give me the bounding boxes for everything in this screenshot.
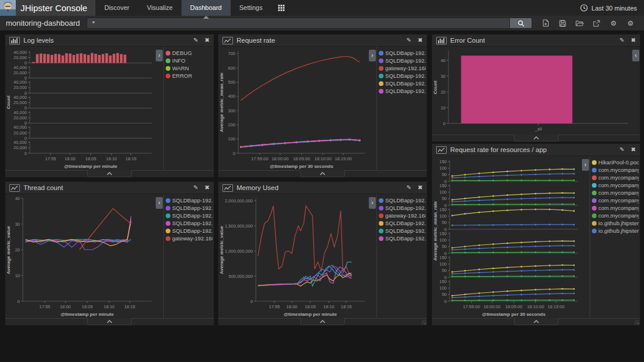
legend-item[interactable]: SQLDBapp-192.168.4... <box>166 204 213 212</box>
chart-memory-used[interactable]: 2,000,000,0001,500,000,0001,000,000,0005… <box>218 194 368 318</box>
legend-label: SQLDBapp-192.168.4... <box>385 235 426 242</box>
legend-label: HikariPool-0.pool.Wait <box>598 159 639 166</box>
legend-color-dot <box>379 58 383 63</box>
chart-error-count[interactable]: 010203040_allCount <box>432 47 632 135</box>
panel-title: Log levels <box>23 37 54 44</box>
legend-item[interactable]: INFO <box>166 57 213 64</box>
edit-panel-icon[interactable]: ✎ <box>619 37 624 43</box>
share-icon[interactable] <box>592 19 601 27</box>
legend-item[interactable]: HikariPool-0.pool.Wait <box>592 158 639 166</box>
edit-panel-icon[interactable]: ✎ <box>619 147 624 153</box>
svg-text:100: 100 <box>439 189 447 195</box>
legend-item[interactable]: io.github.jhipster.web.r... <box>592 227 639 235</box>
remove-panel-icon[interactable]: ✖ <box>205 37 210 43</box>
open-folder-icon[interactable] <box>576 19 584 27</box>
legend-item[interactable]: SQLDBapp-192.168.4... <box>166 227 213 235</box>
remove-panel-icon[interactable]: ✖ <box>631 147 636 153</box>
legend-item[interactable]: com.mycompany.myap... <box>592 166 639 174</box>
svg-text:150: 150 <box>439 279 447 284</box>
svg-text:20: 20 <box>15 247 20 253</box>
panel-collapse-button[interactable] <box>300 318 345 325</box>
chart-thread-count[interactable]: 40302010017:5518:0018:0518:1018:15@times… <box>5 194 155 318</box>
legend-item[interactable]: SQLDBapp-192.168.4... <box>379 72 426 80</box>
legend-item[interactable]: SQLDBapp-192.168.4... <box>166 196 213 204</box>
panel-collapse-button[interactable] <box>87 170 132 177</box>
legend-item[interactable]: com.mycompany.myap... <box>592 204 639 212</box>
search-button[interactable] <box>510 18 532 29</box>
legend-item[interactable]: com.mycompany.myap... <box>592 212 639 219</box>
legend-item[interactable]: SQLDBapp-192.168.4... <box>166 219 213 227</box>
svg-text:17:55: 17:55 <box>45 156 56 161</box>
legend-item[interactable]: com.mycompany.myap... <box>592 196 639 204</box>
svg-text:500,000,000: 500,000,000 <box>228 274 253 279</box>
legend-item[interactable]: gateway-192.168.43.8:... <box>379 64 426 72</box>
legend-color-dot <box>166 198 170 203</box>
save-icon[interactable] <box>559 19 567 27</box>
remove-panel-icon[interactable]: ✖ <box>631 37 636 43</box>
svg-text:40,000: 40,000 <box>13 140 27 145</box>
svg-text:18:10:00: 18:10:00 <box>314 156 331 161</box>
legend-item[interactable]: SQLDBapp-192.168.4... <box>379 49 426 57</box>
legend-collapse-button[interactable]: › <box>156 50 163 61</box>
legend-label: SQLDBapp-192.168.4... <box>172 227 213 234</box>
edit-panel-icon[interactable]: ✎ <box>193 185 198 191</box>
chart-request-rate[interactable]: 010020030040050060070017:55:0018:00:0018… <box>218 47 368 170</box>
resize-handle[interactable] <box>635 320 639 325</box>
panel-collapse-button[interactable] <box>300 170 345 177</box>
remove-panel-icon[interactable]: ✖ <box>205 185 210 191</box>
svg-text:@timestamp per 30 seconds: @timestamp per 30 seconds <box>482 312 546 317</box>
search-input[interactable] <box>87 18 510 29</box>
nav-discover[interactable]: Discover <box>95 0 138 16</box>
legend-item[interactable]: SQLDBapp-192.168.4... <box>379 80 426 87</box>
legend-item[interactable]: com.mycompany.myap... <box>592 189 639 196</box>
chart-log-levels[interactable]: 40,00020,000040,00020,000040,00020,00004… <box>5 47 155 170</box>
time-picker[interactable]: Last 30 minutes <box>580 0 644 16</box>
nav-dashboard[interactable]: Dashboard <box>181 0 231 16</box>
legend-item[interactable]: DEBUG <box>166 49 213 57</box>
panel-collapse-button[interactable] <box>514 318 559 325</box>
legend-item[interactable]: SQLDBapp-192.168.4... <box>379 219 426 227</box>
legend-item[interactable]: SQLDBapp-192.168.4... <box>379 57 426 64</box>
chart-request-rate-resources[interactable]: 1501005001501005001501005001501005001501… <box>432 156 581 318</box>
svg-text:17:55:00: 17:55:00 <box>251 156 268 161</box>
remove-panel-icon[interactable]: ✖ <box>418 37 423 43</box>
legend-collapse-button[interactable]: › <box>369 197 376 209</box>
legend-color-dot <box>379 89 383 94</box>
legend-item[interactable]: SQLDBapp-192.168.4... <box>166 212 213 219</box>
legend-item[interactable]: SQLDBapp-192.168.4... <box>379 87 426 95</box>
resize-handle[interactable] <box>422 320 426 325</box>
options-gear-icon[interactable]: ⚙ <box>609 19 618 27</box>
new-document-icon[interactable] <box>542 19 550 27</box>
legend-item[interactable]: com.mycompany.myap... <box>592 174 639 181</box>
svg-text:1,500,000,000: 1,500,000,000 <box>225 223 253 229</box>
legend-item[interactable]: WARN <box>166 64 213 72</box>
apps-grid-icon[interactable] <box>271 0 292 16</box>
legend-item[interactable]: io.github.jhipster.web.r... <box>592 219 639 227</box>
legend-item[interactable]: SQLDBapp-192.168.4... <box>379 235 426 242</box>
nav-settings[interactable]: Settings <box>231 0 272 16</box>
panel-collapse-button[interactable] <box>514 135 559 142</box>
svg-text:50: 50 <box>442 292 447 297</box>
edit-panel-icon[interactable]: ✎ <box>193 37 198 43</box>
svg-text:@timestamp per minute: @timestamp per minute <box>64 164 118 169</box>
legend-item[interactable]: SQLDBapp-192.168.4... <box>379 204 426 212</box>
legend-expand-button[interactable]: ‹ <box>632 50 639 61</box>
edit-panel-icon[interactable]: ✎ <box>406 185 411 191</box>
filter-gear-icon[interactable]: ⚙ <box>626 19 635 27</box>
legend-item[interactable]: SQLDBapp-192.168.4... <box>379 227 426 235</box>
remove-panel-icon[interactable]: ✖ <box>418 185 423 191</box>
legend-collapse-button[interactable]: › <box>156 197 163 209</box>
legend-item[interactable]: SQLDBapp-192.168.4... <box>379 196 426 204</box>
legend-item[interactable]: com.mycompany.myap... <box>592 181 639 189</box>
brand[interactable]: JHipster Console <box>0 0 95 16</box>
edit-panel-icon[interactable]: ✎ <box>406 37 411 43</box>
legend-item[interactable]: gateway-192.168.43.8:... <box>379 212 426 219</box>
legend-item[interactable]: gateway-192.168.43.8:... <box>166 235 213 242</box>
legend-collapse-button[interactable]: › <box>369 50 376 61</box>
legend-item[interactable]: ERROR <box>166 72 213 80</box>
nav-visualize[interactable]: Visualize <box>138 0 181 16</box>
legend-collapse-button[interactable]: › <box>582 159 589 171</box>
legend-label: gateway-192.168.43.8:... <box>385 212 426 219</box>
query-bar: monitoring-dashboard ⚙ ⚙ <box>0 16 644 30</box>
panel-collapse-button[interactable] <box>87 318 132 325</box>
